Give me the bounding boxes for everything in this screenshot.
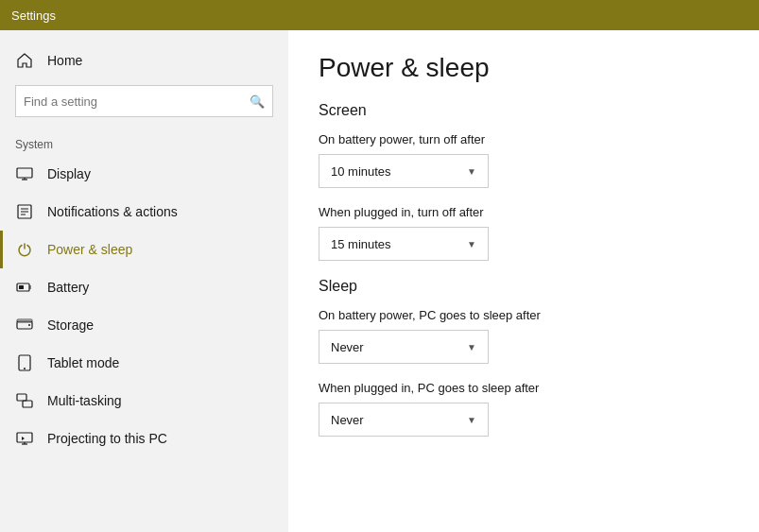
- screen-section-title: Screen: [319, 102, 729, 119]
- sleep-battery-value: Never: [331, 340, 364, 354]
- search-container: 🔍: [0, 79, 288, 130]
- screen-plugged-dropdown[interactable]: 15 minutes ▼: [319, 227, 489, 261]
- svg-point-13: [28, 324, 30, 326]
- title-bar: Settings: [0, 0, 759, 30]
- sleep-plugged-value: Never: [331, 413, 364, 427]
- power-sleep-label: Power & sleep: [47, 242, 132, 257]
- home-label: Home: [47, 53, 82, 68]
- storage-icon: [15, 316, 34, 335]
- projecting-icon: [15, 429, 34, 448]
- storage-label: Storage: [47, 317, 94, 333]
- home-icon: [15, 51, 34, 70]
- title-bar-label: Settings: [11, 9, 56, 23]
- search-input[interactable]: [24, 94, 250, 109]
- sleep-section-title: Sleep: [319, 278, 729, 295]
- search-icon[interactable]: 🔍: [250, 94, 265, 109]
- screen-battery-dropdown[interactable]: 10 minutes ▼: [319, 154, 489, 188]
- battery-icon: [15, 278, 34, 297]
- screen-battery-chevron-icon: ▼: [467, 166, 476, 177]
- system-section-label: System: [0, 130, 288, 155]
- main-layout: Home 🔍 System Display: [0, 30, 759, 532]
- svg-rect-8: [19, 285, 24, 289]
- svg-rect-18: [17, 433, 32, 442]
- sleep-plugged-chevron-icon: ▼: [467, 415, 476, 425]
- tablet-mode-label: Tablet mode: [47, 355, 119, 370]
- notifications-icon: [15, 202, 34, 221]
- screen-battery-value: 10 minutes: [331, 164, 391, 179]
- display-icon: [15, 164, 34, 183]
- screen-plugged-value: 15 minutes: [331, 237, 391, 251]
- sleep-battery-label: On battery power, PC goes to sleep after: [319, 308, 729, 322]
- sidebar-item-multi-tasking[interactable]: Multi-tasking: [0, 382, 288, 420]
- battery-label: Battery: [47, 280, 89, 295]
- sleep-battery-chevron-icon: ▼: [467, 342, 476, 352]
- projecting-label: Projecting to this PC: [47, 431, 167, 446]
- sidebar-item-battery[interactable]: Battery: [0, 268, 288, 306]
- sidebar-item-storage[interactable]: Storage: [0, 306, 288, 344]
- content-area: Power & sleep Screen On battery power, t…: [288, 30, 759, 532]
- multi-tasking-label: Multi-tasking: [47, 393, 122, 408]
- sleep-plugged-dropdown[interactable]: Never ▼: [319, 403, 489, 437]
- svg-rect-16: [17, 394, 26, 401]
- sidebar-item-power-sleep[interactable]: Power & sleep: [0, 231, 288, 268]
- search-box[interactable]: 🔍: [15, 85, 273, 117]
- sidebar-item-display[interactable]: Display: [0, 155, 288, 193]
- screen-battery-label: On battery power, turn off after: [319, 132, 729, 146]
- multi-tasking-icon: [15, 391, 34, 410]
- sleep-plugged-label: When plugged in, PC goes to sleep after: [319, 381, 729, 395]
- svg-rect-0: [17, 168, 32, 178]
- screen-plugged-label: When plugged in, turn off after: [319, 205, 729, 219]
- sidebar-item-notifications[interactable]: Notifications & actions: [0, 193, 288, 231]
- sleep-battery-dropdown[interactable]: Never ▼: [319, 330, 489, 364]
- screen-plugged-chevron-icon: ▼: [467, 239, 476, 249]
- display-label: Display: [47, 166, 91, 181]
- svg-rect-17: [23, 401, 32, 407]
- sidebar: Home 🔍 System Display: [0, 30, 288, 532]
- sidebar-item-tablet-mode[interactable]: Tablet mode: [0, 344, 288, 382]
- power-icon: [15, 240, 34, 259]
- sidebar-item-projecting[interactable]: Projecting to this PC: [0, 420, 288, 457]
- notifications-label: Notifications & actions: [47, 204, 178, 219]
- tablet-icon: [15, 353, 34, 372]
- svg-point-15: [24, 368, 26, 369]
- sidebar-item-home[interactable]: Home: [0, 42, 288, 79]
- page-title: Power & sleep: [319, 53, 729, 83]
